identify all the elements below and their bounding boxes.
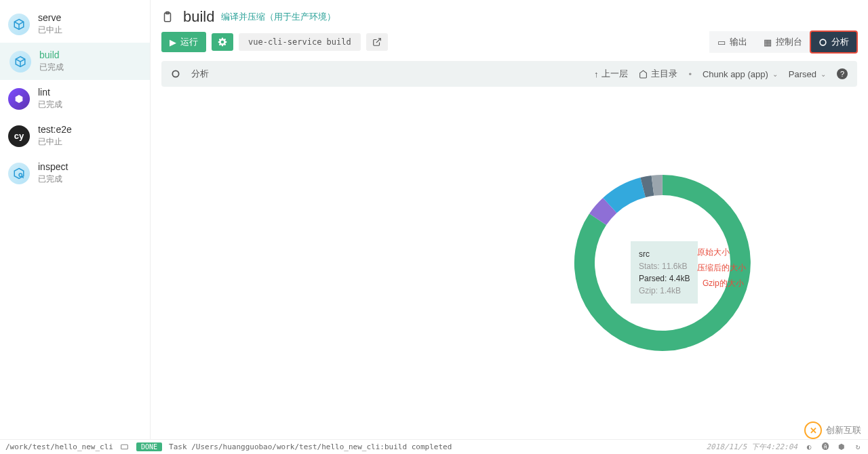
sidebar-item-label: build [39, 49, 64, 60]
chevron-down-icon: ⌄ [772, 70, 778, 78]
toolbar: ▶ 运行 vue-cli-service build ▭ 输出 [151, 31, 868, 61]
sidebar-item-inspect[interactable]: inspect 已完成 [0, 154, 150, 192]
chevron-down-icon: ⌄ [821, 70, 826, 78]
svg-point-4 [172, 70, 178, 77]
cube-icon [9, 51, 31, 73]
monitor-icon: ▭ [717, 37, 726, 47]
panel-title: 分析 [191, 68, 209, 80]
sidebar-item-build[interactable]: build 已完成 [0, 43, 150, 80]
external-link-icon [372, 37, 382, 47]
tooltip-stats: Stats: 11.6kB [639, 260, 690, 272]
cube-icon [8, 14, 30, 35]
open-external-button[interactable] [366, 33, 388, 51]
sidebar-item-status: 已中止 [38, 24, 62, 36]
refresh-icon[interactable]: ↻ [853, 442, 863, 452]
tooltip-title: src [639, 248, 690, 260]
watermark-icon: ✕ [804, 421, 822, 439]
task-sidebar: serve 已中止 build 已完成 lint 已完成 cy [0, 0, 151, 439]
page-subtitle: 编译并压缩（用于生产环境） [221, 11, 336, 23]
donut-icon [171, 69, 180, 79]
analyze-visualization: src Stats: 11.6kB Parsed: 4.4kB Gzip: 1.… [151, 87, 868, 439]
cypress-icon: cy [8, 125, 30, 147]
clipboard-icon [161, 11, 174, 23]
settings-button[interactable] [212, 33, 233, 51]
sidebar-item-status: 已中止 [38, 136, 72, 148]
main-panel: build 编译并压缩（用于生产环境） ▶ 运行 vue-cli-service… [151, 0, 868, 439]
watermark: ✕ 创新互联 [804, 421, 861, 439]
log-icon[interactable] [120, 442, 130, 452]
command-display: vue-cli-service build [239, 33, 361, 51]
sidebar-item-label: lint [38, 87, 62, 98]
tab-output[interactable]: ▭ 输出 [709, 31, 755, 53]
mode-dropdown[interactable]: Parsed ⌄ [789, 69, 826, 79]
sidebar-item-status: 已完成 [39, 62, 64, 73]
status-timestamp: 2018/11/5 下午4:22:04 [706, 442, 797, 452]
chart-tooltip: src Stats: 11.6kB Parsed: 4.4kB Gzip: 1.… [631, 241, 698, 304]
chunk-dropdown[interactable]: Chunk app (app) ⌄ [703, 69, 778, 79]
annotation-compressed: 压缩后的大小 [697, 262, 746, 274]
tab-console[interactable]: ▦ 控制台 [755, 31, 810, 53]
project-path[interactable]: /work/test/hello_new_cli [5, 442, 113, 451]
cube-search-icon [8, 163, 30, 184]
annotation-gzip: Gzip的大小 [703, 278, 744, 289]
status-bar: /work/test/hello_new_cli DONE Task /User… [0, 439, 868, 454]
home-icon [639, 70, 648, 79]
arrow-up-icon: ↑ [594, 69, 599, 79]
play-icon: ▶ [170, 37, 176, 47]
sidebar-item-status: 已完成 [38, 99, 62, 110]
sidebar-item-label: inspect [38, 161, 68, 172]
tooltip-parsed: Parsed: 4.4kB [639, 272, 690, 285]
svg-point-3 [820, 39, 826, 45]
annotation-raw: 原始大小 [697, 247, 730, 258]
eslint-icon [8, 88, 30, 110]
contrast-icon[interactable]: ◐ [804, 442, 814, 452]
status-message: Task /Users/huangguobao/work/test/hello_… [169, 442, 452, 451]
status-badge: DONE [136, 442, 162, 451]
view-tabs: ▭ 输出 ▦ 控制台 分析 [709, 31, 857, 53]
separator-dot: • [688, 69, 692, 79]
task-header: build 编译并压缩（用于生产环境） [151, 0, 868, 31]
help-icon[interactable]: ? [837, 68, 848, 79]
gear-icon [218, 37, 227, 47]
sidebar-item-label: serve [38, 12, 62, 23]
sidebar-item-test-e2e[interactable]: cy test:e2e 已中止 [0, 117, 150, 154]
svg-point-0 [19, 173, 22, 177]
svg-rect-5 [121, 445, 128, 449]
tooltip-gzip: Gzip: 1.4kB [639, 285, 690, 297]
page-title: build [183, 8, 214, 26]
home-button[interactable]: 主目录 [639, 68, 677, 80]
sidebar-item-lint[interactable]: lint 已完成 [0, 80, 150, 117]
run-button[interactable]: ▶ 运行 [161, 32, 206, 52]
tab-analyze[interactable]: 分析 [810, 31, 857, 53]
analyze-panel-header: 分析 ↑ 上一层 主目录 • Chunk app (app) ⌄ Parsed … [161, 61, 857, 87]
sidebar-item-label: test:e2e [38, 124, 72, 135]
up-level-button[interactable]: ↑ 上一层 [594, 68, 629, 80]
sidebar-item-status: 已完成 [38, 173, 68, 185]
sidebar-item-serve[interactable]: serve 已中止 [0, 5, 150, 43]
donut-icon [818, 38, 827, 47]
watermark-text: 创新互联 [826, 424, 861, 436]
translate-icon[interactable]: 🅐 [821, 442, 830, 452]
bug-icon[interactable]: ⬢ [837, 442, 846, 452]
dashboard-icon: ▦ [764, 37, 772, 47]
